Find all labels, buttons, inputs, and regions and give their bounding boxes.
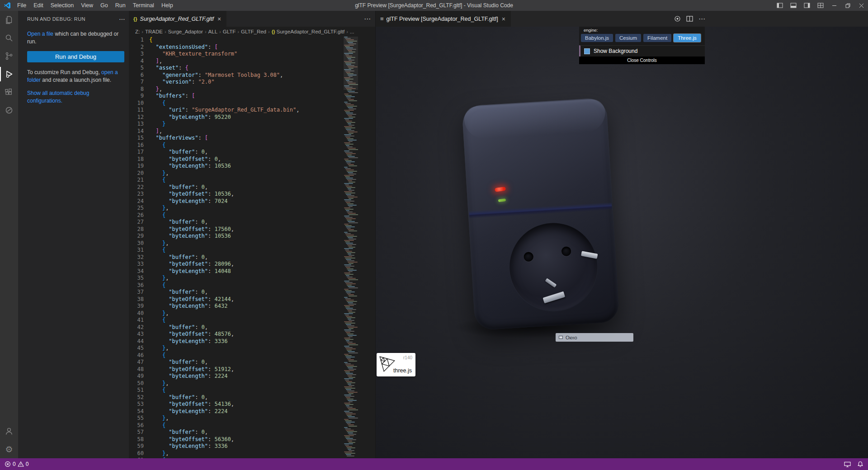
menu-selection[interactable]: Selection (47, 0, 77, 11)
menu-go[interactable]: Go (97, 0, 112, 11)
breadcrumb-item[interactable]: {}SurgeAdaptor_Red_GLTF.gltf (272, 29, 344, 34)
code-line[interactable]: }, (149, 275, 299, 282)
accounts-button[interactable] (0, 422, 18, 440)
code-line[interactable]: "byteLength": 3336 (149, 443, 299, 450)
breadcrumb-item[interactable]: TRADE (145, 29, 163, 34)
toggle-sidebar-icon[interactable] (773, 0, 787, 11)
menu-edit[interactable]: Edit (30, 0, 47, 11)
code-line[interactable]: "buffer": 0, (149, 324, 299, 331)
gltf-inspect-icon[interactable] (674, 15, 681, 22)
errors-status[interactable]: 0 (5, 461, 16, 467)
code-line[interactable]: "byteLength": 6432 (149, 303, 299, 310)
code-line[interactable]: "byteOffset": 42144, (149, 296, 299, 303)
code-line[interactable]: { (149, 37, 299, 44)
code-line[interactable]: }, (149, 380, 299, 387)
breadcrumb-item[interactable]: ... (350, 29, 354, 34)
code-line[interactable]: "byteLength": 2224 (149, 373, 299, 380)
code-line[interactable]: "byteOffset": 48576, (149, 331, 299, 338)
code-line[interactable]: }, (149, 205, 299, 212)
code-line[interactable]: "byteOffset": 28096, (149, 261, 299, 268)
code-line[interactable]: "byteLength": 14048 (149, 268, 299, 275)
open-file-link[interactable]: Open a file (27, 31, 53, 37)
code-line[interactable]: "buffer": 0, (149, 184, 299, 191)
code-line[interactable]: }, (149, 240, 299, 247)
sidebar-item-search[interactable] (0, 29, 18, 47)
tab-close-icon[interactable]: × (217, 15, 222, 23)
sidebar-item-gltf-tools[interactable] (0, 101, 18, 119)
code-line[interactable]: { (149, 387, 299, 394)
code-line[interactable]: { (149, 212, 299, 219)
engine-button-cesium[interactable]: Cesium (615, 34, 641, 42)
code-line[interactable]: "byteOffset": 54136, (149, 401, 299, 408)
close-window-button[interactable] (854, 0, 868, 11)
code-line[interactable]: "buffer": 0, (149, 394, 299, 401)
code-line[interactable]: { (149, 317, 299, 324)
breadcrumb-item[interactable]: ALL (208, 29, 217, 34)
tab-gltf-preview[interactable]: ≡ glTF Preview [SurgeAdaptor_Red_GLTF.gl… (376, 11, 511, 27)
breadcrumb-item[interactable]: GLTF_Red (241, 29, 266, 34)
code-line[interactable]: "buffer": 0, (149, 219, 299, 226)
menu-terminal[interactable]: Terminal (129, 0, 158, 11)
engine-button-filament[interactable]: Filament (643, 34, 671, 42)
code-line[interactable]: }, (149, 170, 299, 177)
surge-adaptor-model[interactable] (462, 98, 620, 331)
menu-file[interactable]: File (14, 0, 30, 11)
customize-layout-icon[interactable] (814, 0, 827, 11)
code-line[interactable]: }, (149, 450, 299, 457)
code-line[interactable]: "buffer": 0, (149, 429, 299, 436)
sidebar-item-run-and-debug[interactable] (0, 65, 18, 83)
code-line[interactable]: "byteLength": 10536 (149, 163, 299, 170)
code-line[interactable]: }, (149, 415, 299, 422)
code-line[interactable]: "buffer": 0, (149, 254, 299, 261)
code-line[interactable]: { (149, 100, 299, 107)
sidebar-more-actions-icon[interactable]: ⋯ (119, 15, 125, 23)
code-line[interactable]: ], (149, 128, 299, 135)
code-line[interactable]: "KHR_texture_transform" (149, 51, 299, 58)
code-line[interactable]: { (149, 142, 299, 149)
gltf-preview-viewport[interactable]: engine: Babylon.jsCesiumFilamentThree.js… (376, 27, 868, 458)
code-line[interactable]: "buffers": [ (149, 93, 299, 100)
toggle-secondary-sidebar-icon[interactable] (800, 0, 814, 11)
show-background-checkbox[interactable] (584, 48, 590, 54)
code-line[interactable]: }, (149, 345, 299, 352)
close-controls-button[interactable]: Close Controls (579, 56, 705, 64)
code-line[interactable]: "extensionsUsed": [ (149, 44, 299, 51)
preview-tab-close-icon[interactable]: × (501, 15, 506, 23)
code-line[interactable]: ], (149, 58, 299, 65)
code-line[interactable]: "version": "2.0" (149, 79, 299, 86)
restore-button[interactable] (841, 0, 854, 11)
breadcrumb-item[interactable]: Z: (135, 29, 140, 34)
editor-more-actions-icon[interactable]: ⋯ (364, 15, 371, 23)
code-line[interactable]: "buffer": 0, (149, 149, 299, 156)
breadcrumb-item[interactable]: Surge_Adaptor (168, 29, 203, 34)
split-editor-icon[interactable] (686, 16, 693, 22)
toggle-panel-icon[interactable] (787, 0, 800, 11)
menu-help[interactable]: Help (158, 0, 177, 11)
sidebar-item-extensions[interactable] (0, 83, 18, 101)
more-actions-icon[interactable]: ⋯ (698, 15, 705, 23)
settings-button[interactable]: ⚙ (0, 440, 18, 458)
engine-button-babylonjs[interactable]: Babylon.js (581, 34, 613, 42)
code-line[interactable]: { (149, 352, 299, 359)
code-line[interactable]: "byteLength": 10536 (149, 233, 299, 240)
minimap-slider[interactable] (344, 37, 358, 90)
code-line[interactable]: "byteLength": 7024 (149, 198, 299, 205)
problems-status[interactable]: 0 0 (5, 461, 28, 467)
code-line[interactable]: { (149, 247, 299, 254)
engine-button-threejs[interactable]: Three.js (674, 34, 701, 42)
code-line[interactable]: { (149, 282, 299, 289)
run-and-debug-button[interactable]: Run and Debug (27, 51, 124, 62)
code-editor[interactable]: 1234567891011121314151617181920212223242… (129, 37, 375, 458)
menu-view[interactable]: View (77, 0, 97, 11)
code-line[interactable]: "byteOffset": 56360, (149, 436, 299, 443)
minimize-button[interactable] (827, 0, 841, 11)
menu-run[interactable]: Run (112, 0, 129, 11)
code-line[interactable]: "byteOffset": 51912, (149, 366, 299, 373)
code-line[interactable]: "buffer": 0, (149, 289, 299, 296)
code-line[interactable]: { (149, 457, 299, 458)
code-line[interactable]: "buffer": 0, (149, 359, 299, 366)
code-line[interactable]: "uri": "SurgeAdaptor_Red_GLTF_data.bin", (149, 107, 299, 114)
warnings-status[interactable]: 0 (18, 461, 29, 467)
code-line[interactable]: "byteOffset": 10536, (149, 191, 299, 198)
code-line[interactable]: "byteLength": 3336 (149, 338, 299, 345)
